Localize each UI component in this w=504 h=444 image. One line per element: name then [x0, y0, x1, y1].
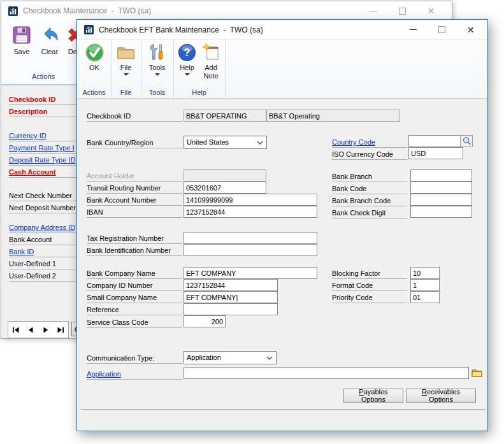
tax-registration-field[interactable]: [184, 232, 317, 244]
payables-options-button[interactable]: Payables Options: [343, 389, 403, 403]
chevron-down-icon: [257, 141, 263, 145]
eft-minimize-button[interactable]: [399, 20, 428, 39]
blocking-factor-field[interactable]: [410, 267, 440, 279]
bank-branch-code-label: Bank Branch Code: [332, 195, 407, 206]
ok-button[interactable]: OK: [82, 43, 107, 72]
company-id-number-field[interactable]: [184, 279, 278, 291]
bg-close-button[interactable]: ✕: [417, 1, 445, 20]
bank-branch-field[interactable]: [410, 169, 472, 182]
nav-next-button[interactable]: [40, 324, 52, 335]
communication-type-label: Communication Type:: [87, 352, 182, 364]
clear-button[interactable]: Clear: [37, 24, 62, 55]
toolbar-group-help: ? Help Add Note Help: [173, 40, 226, 98]
checkbook-id-label: Checkbook ID: [87, 110, 182, 122]
iban-label: IBAN: [87, 206, 182, 218]
bg-prompt-cash-account[interactable]: Cash Account: [9, 166, 76, 178]
bg-minimize-button[interactable]: [359, 1, 388, 20]
eft-titlebar[interactable]: Checkbook EFT Bank Maintenance - TWO (sa…: [77, 20, 487, 40]
application-label[interactable]: Application: [87, 368, 182, 380]
browse-folder-icon: [472, 368, 482, 378]
chevron-down-icon: [124, 73, 129, 76]
gp-app-icon: [8, 6, 18, 16]
help-label: Help: [180, 64, 194, 72]
reference-field[interactable]: [184, 303, 278, 315]
bg-prompt-company-address-id[interactable]: Company Address ID: [9, 222, 76, 233]
toolbar-group-actions-label: Actions: [77, 89, 111, 96]
application-browse-button[interactable]: [471, 367, 483, 379]
svg-text:?: ?: [184, 47, 190, 58]
bank-branch-code-field[interactable]: [410, 194, 472, 206]
iso-currency-field[interactable]: [408, 147, 463, 159]
toolbar-group-tools-label: Tools: [141, 89, 173, 96]
format-code-label: Format Code: [332, 280, 407, 291]
small-company-name-label: Small Company Name: [87, 292, 182, 303]
format-code-field[interactable]: [410, 279, 440, 291]
priority-code-label: Priority Code: [332, 292, 407, 303]
nav-last-button[interactable]: [55, 324, 66, 335]
bg-prompt-next-deposit-number: Next Deposit Number: [9, 202, 76, 213]
small-company-name-field[interactable]: [184, 291, 278, 303]
service-class-code-label: Service Class Code: [87, 317, 182, 328]
save-button[interactable]: Save: [8, 24, 36, 55]
bg-prompt-bank-account: Bank Account: [9, 234, 76, 245]
file-menu-button[interactable]: File: [113, 43, 138, 76]
country-code-lookup-button[interactable]: [460, 135, 473, 147]
bg-prompt-payment-rate-type[interactable]: Payment Rate Type I: [9, 142, 76, 154]
account-holder-field: [184, 169, 266, 182]
bg-prompt-currency-id[interactable]: Currency ID: [9, 130, 76, 141]
bank-account-number-field[interactable]: [184, 194, 317, 206]
add-note-button[interactable]: Add Note: [199, 43, 223, 80]
iban-field[interactable]: [184, 206, 317, 218]
bank-country-dropdown[interactable]: United States: [184, 136, 267, 149]
help-question-icon: ?: [177, 43, 197, 62]
bank-company-name-label: Bank Company Name: [87, 268, 182, 279]
eft-maximize-button[interactable]: [428, 20, 456, 39]
help-menu-button[interactable]: ? Help: [175, 43, 199, 76]
bank-check-digit-field[interactable]: [410, 206, 472, 218]
status-bar-divider: [80, 409, 486, 410]
checkbook-eft-bank-maintenance-window: Checkbook EFT Bank Maintenance - TWO (sa…: [76, 19, 488, 431]
tax-registration-label: Tax Registration Number: [87, 233, 182, 244]
bank-company-name-field[interactable]: [184, 267, 317, 279]
receivables-options-button[interactable]: Receivables Options: [406, 389, 476, 403]
bank-identification-field[interactable]: [184, 244, 317, 256]
bg-prompt-description: Description: [9, 106, 76, 117]
bank-check-digit-label: Bank Check Digit: [332, 207, 407, 218]
nav-first-button[interactable]: [10, 324, 22, 335]
eft-window-title: Checkbook EFT Bank Maintenance - TWO (sa…: [99, 25, 263, 34]
bg-toolbar-group-actions: Actions: [1, 73, 85, 80]
tools-label: Tools: [149, 64, 166, 72]
bg-window-controls: ✕: [359, 1, 445, 20]
priority-code-field[interactable]: [410, 291, 440, 303]
chevron-down-icon: [185, 73, 190, 76]
transit-routing-label: Transit Routing Number: [87, 182, 182, 194]
tools-menu-button[interactable]: Tools: [144, 43, 170, 76]
eft-close-button[interactable]: ✕: [456, 20, 485, 39]
account-holder-label: Account Holder: [87, 170, 182, 182]
desktop: Checkbook Maintenance - TWO (sa) ✕ Save …: [0, 0, 504, 444]
checkbook-description-field: [266, 110, 400, 122]
service-class-code-field[interactable]: [184, 315, 226, 327]
bg-prompt-user-defined-1: User-Defined 1: [9, 258, 76, 269]
ok-label: OK: [89, 64, 99, 72]
transit-routing-field[interactable]: [184, 182, 266, 194]
bg-maximize-button[interactable]: [388, 1, 417, 20]
clear-label: Clear: [41, 48, 58, 55]
add-note-label: Add Note: [199, 64, 223, 80]
bank-code-field[interactable]: [410, 182, 472, 194]
chevron-down-icon: [155, 73, 160, 76]
communication-type-dropdown[interactable]: Application: [184, 351, 277, 364]
bank-identification-label: Bank Identification Number: [87, 245, 182, 256]
blocking-factor-label: Blocking Factor: [332, 268, 407, 279]
bg-prompt-deposit-rate-type[interactable]: Deposit Rate Type ID: [9, 154, 76, 166]
bg-titlebar[interactable]: Checkbook Maintenance - TWO (sa) ✕: [1, 1, 452, 20]
nav-prev-button[interactable]: [25, 324, 36, 335]
file-folder-icon: [116, 43, 136, 62]
bg-prompt-next-check-number: Next Check Number: [9, 190, 76, 201]
bank-branch-label: Bank Branch: [332, 171, 407, 182]
record-nav-panel: [8, 321, 69, 338]
bg-prompt-bank-id[interactable]: Bank ID: [9, 246, 76, 257]
country-code-field[interactable]: [408, 135, 461, 147]
country-code-label[interactable]: Country Code: [332, 136, 407, 148]
application-path-field[interactable]: [184, 367, 469, 379]
